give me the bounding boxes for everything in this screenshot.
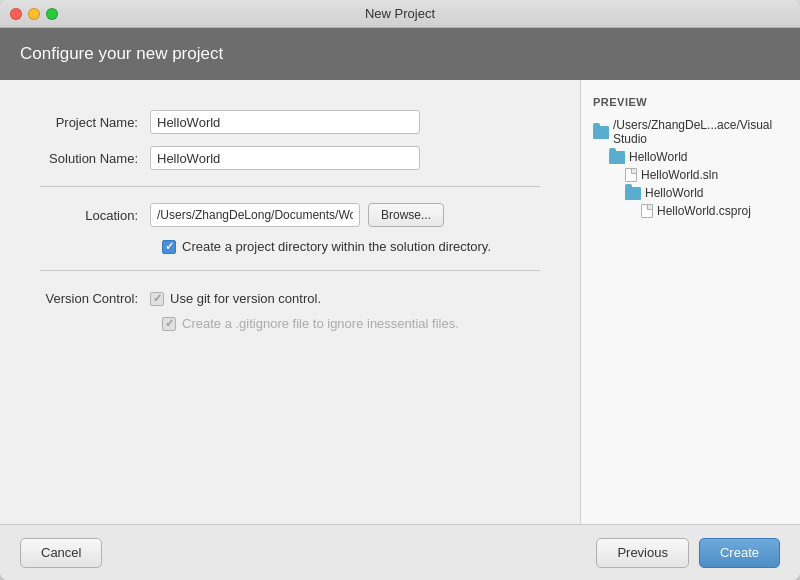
solution-name-label: Solution Name: (40, 151, 150, 166)
tree-item-csproj: HelloWorld.csproj (593, 204, 788, 218)
minimize-button[interactable] (28, 8, 40, 20)
tree-item-subfolder-label: HelloWorld (645, 186, 703, 200)
solution-name-input[interactable] (150, 146, 420, 170)
browse-button[interactable]: Browse... (368, 203, 444, 227)
tree-item-csproj-label: HelloWorld.csproj (657, 204, 751, 218)
create-dir-row: Create a project directory within the so… (162, 239, 540, 254)
gitignore-checkbox (162, 317, 176, 331)
maximize-button[interactable] (46, 8, 58, 20)
close-button[interactable] (10, 8, 22, 20)
version-control-label: Version Control: (40, 291, 150, 306)
tree-item-root-label: /Users/ZhangDeL...ace/Visual Studio (613, 118, 788, 146)
project-name-row: Project Name: (40, 110, 540, 134)
tree-item-sln-label: HelloWorld.sln (641, 168, 718, 182)
tree-item-helloworld-label: HelloWorld (629, 150, 687, 164)
use-git-checkbox-label[interactable]: Use git for version control. (150, 291, 321, 306)
project-name-input[interactable] (150, 110, 420, 134)
use-git-label-text: Use git for version control. (170, 291, 321, 306)
create-dir-label-text: Create a project directory within the so… (182, 239, 491, 254)
gitignore-row: Create a .gitignore file to ignore iness… (162, 316, 540, 331)
folder-icon (593, 126, 609, 139)
create-dir-checkbox-label[interactable]: Create a project directory within the so… (162, 239, 491, 254)
window-title: New Project (365, 6, 435, 21)
preview-title: PREVIEW (593, 96, 788, 108)
tree-item-helloworld-subfolder: HelloWorld (593, 186, 788, 200)
preview-panel: PREVIEW /Users/ZhangDeL...ace/Visual Stu… (580, 80, 800, 524)
project-name-label: Project Name: (40, 115, 150, 130)
folder-icon-3 (625, 187, 641, 200)
traffic-lights (10, 8, 58, 20)
separator-1 (40, 186, 540, 187)
folder-icon-2 (609, 151, 625, 164)
gitignore-label-text: Create a .gitignore file to ignore iness… (182, 316, 459, 331)
tree-item-root: /Users/ZhangDeL...ace/Visual Studio (593, 118, 788, 146)
create-button[interactable]: Create (699, 538, 780, 568)
use-git-row: Version Control: Use git for version con… (40, 291, 540, 306)
location-label: Location: (40, 208, 150, 223)
right-buttons: Previous Create (596, 538, 780, 568)
tree-item-sln: HelloWorld.sln (593, 168, 788, 182)
use-git-checkbox[interactable] (150, 292, 164, 306)
form-area: Project Name: Solution Name: Location: B… (0, 80, 580, 524)
gitignore-checkbox-label: Create a .gitignore file to ignore iness… (162, 316, 459, 331)
location-input[interactable] (150, 203, 360, 227)
cancel-button[interactable]: Cancel (20, 538, 102, 568)
previous-button[interactable]: Previous (596, 538, 689, 568)
separator-2 (40, 270, 540, 271)
location-row: Location: Browse... (40, 203, 540, 227)
main-content: Project Name: Solution Name: Location: B… (0, 80, 800, 524)
page-header: Configure your new project (0, 28, 800, 80)
solution-name-row: Solution Name: (40, 146, 540, 170)
file-icon-csproj (641, 204, 653, 218)
tree-item-helloworld-folder: HelloWorld (593, 150, 788, 164)
version-control-section: Version Control: Use git for version con… (40, 291, 540, 331)
file-icon-sln (625, 168, 637, 182)
bottom-bar: Cancel Previous Create (0, 524, 800, 580)
create-dir-checkbox[interactable] (162, 240, 176, 254)
page-title: Configure your new project (20, 44, 223, 63)
title-bar: New Project (0, 0, 800, 28)
